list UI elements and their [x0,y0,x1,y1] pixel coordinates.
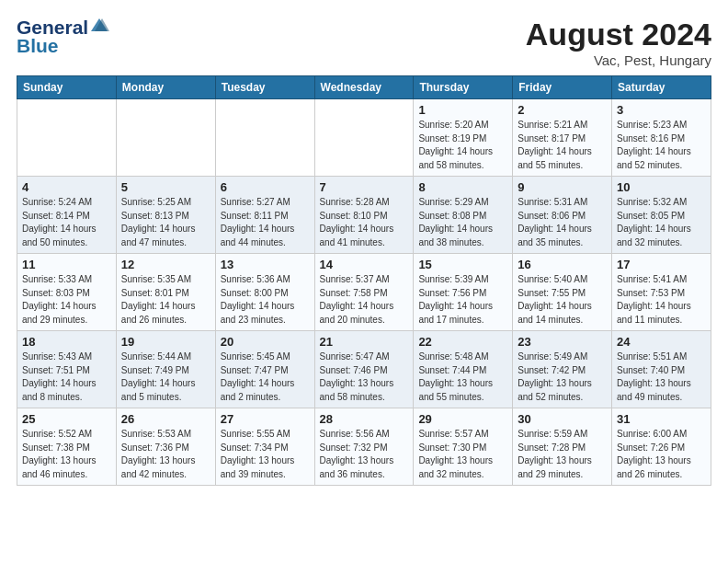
day-info: Sunrise: 5:23 AMSunset: 8:16 PMDaylight:… [617,119,706,172]
day-number: 12 [121,258,210,271]
table-row: 1Sunrise: 5:20 AMSunset: 8:19 PMDaylight… [414,99,513,177]
table-row: 31Sunrise: 6:00 AMSunset: 7:26 PMDayligh… [612,408,711,486]
day-info: Sunrise: 6:00 AMSunset: 7:26 PMDaylight:… [617,428,706,481]
day-number: 30 [518,412,607,426]
table-row: 20Sunrise: 5:45 AMSunset: 7:47 PMDayligh… [215,331,314,408]
table-row [215,99,314,177]
table-row: 26Sunrise: 5:53 AMSunset: 7:36 PMDayligh… [116,408,215,486]
col-saturday: Saturday [612,76,711,99]
day-number: 15 [418,258,507,271]
col-thursday: Thursday [414,76,513,99]
table-row: 10Sunrise: 5:32 AMSunset: 8:05 PMDayligh… [612,177,711,254]
day-info: Sunrise: 5:40 AMSunset: 7:55 PMDaylight:… [518,273,607,327]
col-wednesday: Wednesday [314,76,414,99]
table-row: 3Sunrise: 5:23 AMSunset: 8:16 PMDaylight… [612,99,711,177]
table-row: 16Sunrise: 5:40 AMSunset: 7:55 PMDayligh… [513,254,612,331]
table-row: 6Sunrise: 5:27 AMSunset: 8:11 PMDaylight… [215,177,314,254]
logo: General Blue [17,17,109,57]
col-monday: Monday [116,76,215,99]
day-number: 17 [617,258,706,271]
calendar-week-row: 4Sunrise: 5:24 AMSunset: 8:14 PMDaylight… [17,177,711,254]
day-number: 5 [121,180,210,194]
day-number: 20 [221,335,310,349]
table-row: 24Sunrise: 5:51 AMSunset: 7:40 PMDayligh… [612,331,711,408]
table-row [116,99,215,177]
month-year: August 2024 [526,17,711,52]
day-number: 28 [320,412,409,426]
table-row: 19Sunrise: 5:44 AMSunset: 7:49 PMDayligh… [116,331,215,408]
table-row: 27Sunrise: 5:55 AMSunset: 7:34 PMDayligh… [215,408,314,486]
day-info: Sunrise: 5:27 AMSunset: 8:11 PMDaylight:… [221,196,310,249]
day-number: 19 [121,335,210,349]
day-number: 4 [22,180,111,194]
day-number: 1 [418,103,507,117]
day-number: 27 [221,412,310,426]
day-info: Sunrise: 5:39 AMSunset: 7:56 PMDaylight:… [418,273,507,327]
day-info: Sunrise: 5:24 AMSunset: 8:14 PMDaylight:… [22,196,111,249]
col-sunday: Sunday [17,76,117,99]
day-number: 16 [518,258,607,271]
location: Vac, Pest, Hungary [526,52,711,68]
day-info: Sunrise: 5:43 AMSunset: 7:51 PMDaylight:… [22,350,111,404]
day-info: Sunrise: 5:48 AMSunset: 7:44 PMDaylight:… [418,350,507,404]
day-number: 10 [617,180,706,194]
col-tuesday: Tuesday [215,76,314,99]
calendar-week-row: 18Sunrise: 5:43 AMSunset: 7:51 PMDayligh… [17,331,711,408]
calendar-table: Sunday Monday Tuesday Wednesday Thursday… [17,75,711,486]
day-number: 8 [418,180,507,194]
day-number: 3 [617,103,706,117]
day-info: Sunrise: 5:21 AMSunset: 8:17 PMDaylight:… [518,119,607,172]
day-info: Sunrise: 5:49 AMSunset: 7:42 PMDaylight:… [518,350,607,404]
table-row: 4Sunrise: 5:24 AMSunset: 8:14 PMDaylight… [17,177,117,254]
table-row [17,99,117,177]
day-info: Sunrise: 5:52 AMSunset: 7:38 PMDaylight:… [22,428,111,481]
day-info: Sunrise: 5:37 AMSunset: 7:58 PMDaylight:… [320,273,409,327]
day-number: 29 [418,412,507,426]
logo-icon [89,17,109,37]
day-info: Sunrise: 5:45 AMSunset: 7:47 PMDaylight:… [221,350,310,404]
day-info: Sunrise: 5:33 AMSunset: 8:03 PMDaylight:… [22,273,111,327]
table-row: 17Sunrise: 5:41 AMSunset: 7:53 PMDayligh… [612,254,711,331]
day-info: Sunrise: 5:32 AMSunset: 8:05 PMDaylight:… [617,196,706,249]
day-number: 11 [22,258,111,271]
day-number: 23 [518,335,607,349]
day-info: Sunrise: 5:36 AMSunset: 8:00 PMDaylight:… [221,273,310,327]
table-row: 9Sunrise: 5:31 AMSunset: 8:06 PMDaylight… [513,177,612,254]
day-number: 31 [617,412,706,426]
table-row: 13Sunrise: 5:36 AMSunset: 8:00 PMDayligh… [215,254,314,331]
table-row: 5Sunrise: 5:25 AMSunset: 8:13 PMDaylight… [116,177,215,254]
day-number: 14 [320,258,409,271]
day-number: 24 [617,335,706,349]
table-row: 2Sunrise: 5:21 AMSunset: 8:17 PMDaylight… [513,99,612,177]
day-info: Sunrise: 5:31 AMSunset: 8:06 PMDaylight:… [518,196,607,249]
col-friday: Friday [513,76,612,99]
day-info: Sunrise: 5:59 AMSunset: 7:28 PMDaylight:… [518,428,607,481]
table-row: 30Sunrise: 5:59 AMSunset: 7:28 PMDayligh… [513,408,612,486]
day-info: Sunrise: 5:56 AMSunset: 7:32 PMDaylight:… [320,428,409,481]
table-row: 21Sunrise: 5:47 AMSunset: 7:46 PMDayligh… [314,331,414,408]
day-info: Sunrise: 5:44 AMSunset: 7:49 PMDaylight:… [121,350,210,404]
day-number: 25 [22,412,111,426]
day-info: Sunrise: 5:47 AMSunset: 7:46 PMDaylight:… [320,350,409,404]
page-header: General Blue August 2024 Vac, Pest, Hung… [17,17,711,68]
table-row: 14Sunrise: 5:37 AMSunset: 7:58 PMDayligh… [314,254,414,331]
table-row: 11Sunrise: 5:33 AMSunset: 8:03 PMDayligh… [17,254,117,331]
day-info: Sunrise: 5:20 AMSunset: 8:19 PMDaylight:… [418,119,507,172]
table-row: 23Sunrise: 5:49 AMSunset: 7:42 PMDayligh… [513,331,612,408]
table-row: 18Sunrise: 5:43 AMSunset: 7:51 PMDayligh… [17,331,117,408]
day-info: Sunrise: 5:53 AMSunset: 7:36 PMDaylight:… [121,428,210,481]
day-info: Sunrise: 5:28 AMSunset: 8:10 PMDaylight:… [320,196,409,249]
day-number: 18 [22,335,111,349]
table-row [314,99,414,177]
day-number: 22 [418,335,507,349]
day-number: 9 [518,180,607,194]
day-number: 26 [121,412,210,426]
day-info: Sunrise: 5:55 AMSunset: 7:34 PMDaylight:… [221,428,310,481]
table-row: 7Sunrise: 5:28 AMSunset: 8:10 PMDaylight… [314,177,414,254]
table-row: 28Sunrise: 5:56 AMSunset: 7:32 PMDayligh… [314,408,414,486]
table-row: 25Sunrise: 5:52 AMSunset: 7:38 PMDayligh… [17,408,117,486]
day-number: 13 [221,258,310,271]
day-info: Sunrise: 5:41 AMSunset: 7:53 PMDaylight:… [617,273,706,327]
calendar-week-row: 11Sunrise: 5:33 AMSunset: 8:03 PMDayligh… [17,254,711,331]
day-info: Sunrise: 5:57 AMSunset: 7:30 PMDaylight:… [418,428,507,481]
